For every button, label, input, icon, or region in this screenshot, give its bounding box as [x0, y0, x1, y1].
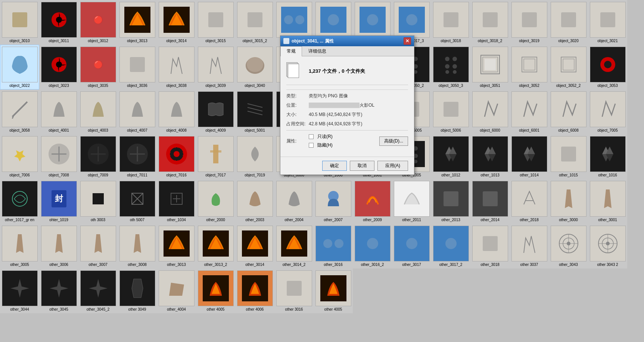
dialog-footer: 确定 取消 应用(A) — [280, 157, 414, 175]
dialog-close-button[interactable]: ✕ — [404, 37, 411, 45]
apply-button[interactable]: 应用(A) — [377, 161, 408, 171]
ok-button[interactable]: 确定 — [322, 161, 347, 171]
location-label: 位置: — [286, 102, 309, 109]
dialog-titlebar: object_3041, ... 属性 ✕ — [280, 36, 414, 46]
advanced-button[interactable]: 高级(D)... — [379, 137, 408, 146]
type-value: 类型均为 PNG 图像 — [309, 93, 408, 99]
file-icon — [286, 62, 304, 80]
type-row: 类型: 类型均为 PNG 图像 — [286, 93, 408, 99]
tab-general[interactable]: 常规 — [280, 46, 302, 56]
attributes-label-row: 属性: 只读(R) 隐藏(H) 高级(D)... — [286, 134, 408, 148]
dialog-tabs: 常规 详细信息 — [280, 46, 414, 56]
tab-details[interactable]: 详细信息 — [302, 46, 333, 56]
hidden-label: 隐藏(H) — [317, 142, 333, 148]
dialog-body: 1,237 个文件，0 个文件夹 类型: 类型均为 PNG 图像 位置: ███… — [280, 56, 414, 157]
dialog-icon — [283, 38, 289, 44]
properties-dialog: object_3041, ... 属性 ✕ 常规 详细信息 1,237 个文件，… — [280, 35, 414, 175]
separator-2 — [286, 130, 408, 131]
hidden-checkbox[interactable] — [309, 143, 314, 148]
dialog-title: object_3041, ... 属性 — [292, 38, 404, 44]
file-icon-area: 1,237 个文件，0 个文件夹 — [286, 62, 408, 85]
readonly-label: 只读(R) — [317, 134, 333, 140]
attributes-section: 属性: 只读(R) 隐藏(H) 高级(D)... — [286, 134, 408, 148]
type-label: 类型: — [286, 93, 309, 99]
attr-label: 属性: — [286, 138, 309, 144]
cancel-button[interactable]: 取消 — [350, 161, 374, 171]
disk-row: 占用空间: 42.8 MB (44,924,928 字节) — [286, 121, 408, 127]
disk-label: 占用空间: — [286, 121, 309, 127]
separator-1 — [286, 90, 408, 90]
location-row: 位置: ████████████████火影OL — [286, 102, 408, 109]
disk-value: 42.8 MB (44,924,928 字节) — [309, 121, 408, 127]
readonly-checkbox[interactable] — [309, 134, 314, 139]
size-row: 大小: 40.5 MB (42,540,824 字节) — [286, 112, 408, 118]
file-count: 1,237 个文件，0 个文件夹 — [309, 68, 365, 75]
dialog-overlay: object_3041, ... 属性 ✕ 常规 详细信息 1,237 个文件，… — [0, 0, 644, 342]
size-value: 40.5 MB (42,540,824 字节) — [309, 112, 408, 118]
location-value: ████████████████火影OL — [309, 102, 408, 109]
size-label: 大小: — [286, 112, 309, 118]
